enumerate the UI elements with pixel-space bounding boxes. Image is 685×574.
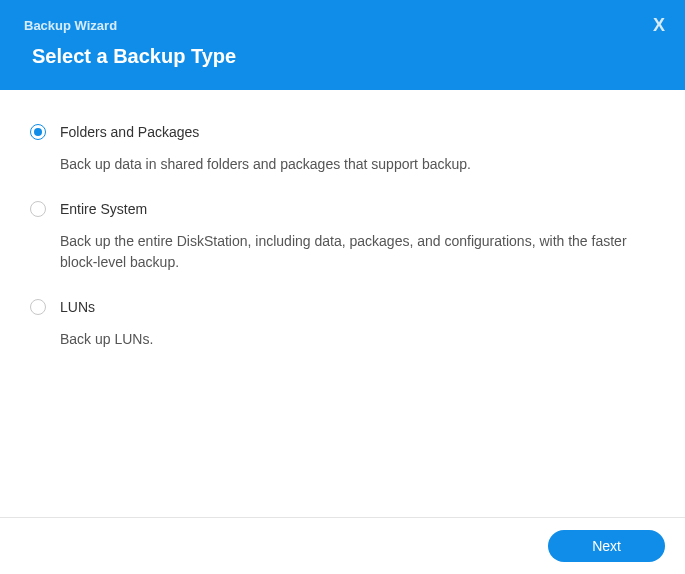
wizard-header: Backup Wizard Select a Backup Type X xyxy=(0,0,685,90)
next-button[interactable]: Next xyxy=(548,530,665,562)
option-description: Back up data in shared folders and packa… xyxy=(60,154,655,175)
wizard-footer: Next xyxy=(0,517,685,574)
option-label: LUNs xyxy=(60,299,95,315)
page-title: Select a Backup Type xyxy=(32,45,661,68)
option-entire-system: Entire System Back up the entire DiskSta… xyxy=(30,201,655,273)
option-folders-packages-header[interactable]: Folders and Packages xyxy=(30,124,655,140)
option-description: Back up the entire DiskStation, includin… xyxy=(60,231,655,273)
option-label: Entire System xyxy=(60,201,147,217)
wizard-title: Backup Wizard xyxy=(24,18,661,33)
option-folders-packages: Folders and Packages Back up data in sha… xyxy=(30,124,655,175)
radio-entire-system[interactable] xyxy=(30,201,46,217)
option-luns-header[interactable]: LUNs xyxy=(30,299,655,315)
radio-luns[interactable] xyxy=(30,299,46,315)
wizard-content: Folders and Packages Back up data in sha… xyxy=(0,90,685,396)
option-luns: LUNs Back up LUNs. xyxy=(30,299,655,350)
close-button[interactable]: X xyxy=(653,16,665,34)
close-icon: X xyxy=(653,15,665,35)
option-entire-system-header[interactable]: Entire System xyxy=(30,201,655,217)
radio-folders-packages[interactable] xyxy=(30,124,46,140)
option-label: Folders and Packages xyxy=(60,124,199,140)
option-description: Back up LUNs. xyxy=(60,329,655,350)
